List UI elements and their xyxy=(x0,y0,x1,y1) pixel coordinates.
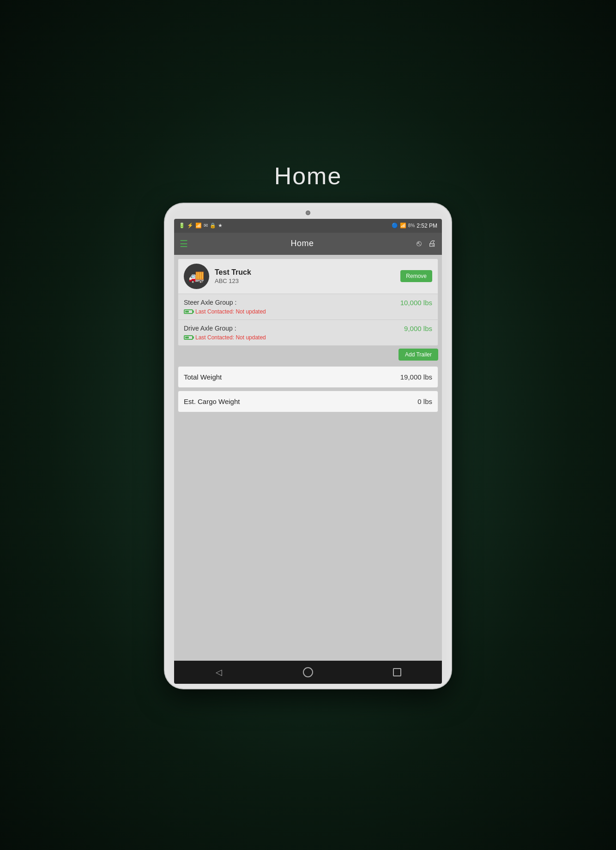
print-icon[interactable]: 🖨 xyxy=(428,239,436,248)
status-icon-usb: ⚡ xyxy=(187,223,193,229)
status-icons-left: 🔋 ⚡ 📶 ✉ 🔒 ★ xyxy=(179,223,223,229)
axle-section: Steer Axle Group : 10,000 lbs Last Conta… xyxy=(178,294,438,345)
app-bar-actions: ⎋ 🖨 xyxy=(417,239,436,248)
drive-battery-body xyxy=(184,335,193,340)
recents-button[interactable] xyxy=(388,663,406,681)
status-battery-icon: 8% xyxy=(408,223,415,228)
status-icons-right: 🔵 📶 8% 2:52 PM xyxy=(392,223,437,229)
status-icon-mail: ✉ xyxy=(204,223,208,229)
status-icon-lock: 🔒 xyxy=(210,223,216,229)
drive-battery-status xyxy=(184,335,193,340)
camera-icon xyxy=(306,211,310,215)
empty-content-area xyxy=(178,412,438,657)
home-icon xyxy=(303,667,313,677)
total-weight-row: Total Weight 19,000 lbs xyxy=(178,366,438,388)
drive-axle-group: Drive Axle Group : 9,000 lbs Last Contac… xyxy=(178,320,438,345)
steer-axle-group: Steer Axle Group : 10,000 lbs Last Conta… xyxy=(178,294,438,320)
cargo-weight-label: Est. Cargo Weight xyxy=(184,398,240,405)
status-bar: 🔋 ⚡ 📶 ✉ 🔒 ★ 🔵 📶 8% 2:52 PM xyxy=(174,219,442,233)
cargo-weight-row: Est. Cargo Weight 0 lbs xyxy=(178,391,438,412)
nav-bar xyxy=(174,661,442,684)
home-button[interactable] xyxy=(299,663,317,681)
recents-icon xyxy=(393,668,401,676)
truck-avatar: 🚚 xyxy=(184,264,209,289)
back-button[interactable] xyxy=(210,663,228,681)
truck-id: ABC 123 xyxy=(215,277,400,284)
add-trailer-button[interactable]: Add Trailer xyxy=(399,349,438,361)
steer-battery-fill xyxy=(185,311,189,313)
status-bluetooth-icon: 🔵 xyxy=(392,223,398,229)
status-icon-battery: 🔋 xyxy=(179,223,185,229)
total-weight-label: Total Weight xyxy=(184,373,222,381)
screen-content: 🚚 Test Truck ABC 123 Remove Steer Axle G… xyxy=(174,255,442,661)
app-bar-title: Home xyxy=(290,239,314,248)
page-title: Home xyxy=(274,162,342,190)
tablet-screen: 🔋 ⚡ 📶 ✉ 🔒 ★ 🔵 📶 8% 2:52 PM ☰ Home ⎋ xyxy=(174,219,442,684)
truck-info: Test Truck ABC 123 xyxy=(215,268,400,284)
app-bar: ☰ Home ⎋ 🖨 xyxy=(174,233,442,255)
steer-axle-label: Steer Axle Group : xyxy=(184,299,236,306)
steer-last-contacted: Last Contacted: Not updated xyxy=(184,308,432,315)
steer-battery-status xyxy=(184,309,193,314)
total-weight-value: 19,000 lbs xyxy=(400,373,432,381)
steer-axle-row: Steer Axle Group : 10,000 lbs xyxy=(184,299,432,307)
drive-axle-row: Drive Axle Group : 9,000 lbs xyxy=(184,325,432,332)
drive-battery-fill xyxy=(185,337,189,338)
steer-battery-body xyxy=(184,309,193,314)
drive-axle-weight: 9,000 lbs xyxy=(404,325,432,332)
truck-card: 🚚 Test Truck ABC 123 Remove Steer Axle G… xyxy=(178,259,438,346)
tablet-device: 🔋 ⚡ 📶 ✉ 🔒 ★ 🔵 📶 8% 2:52 PM ☰ Home ⎋ xyxy=(165,204,451,688)
status-signal-icon: 📶 xyxy=(400,223,406,229)
drive-contact-text: Last Contacted: Not updated xyxy=(195,334,266,341)
truck-header: 🚚 Test Truck ABC 123 Remove xyxy=(178,259,438,294)
status-time: 2:52 PM xyxy=(417,223,437,229)
status-icon-star: ★ xyxy=(218,223,223,229)
remove-button[interactable]: Remove xyxy=(400,270,432,282)
drive-axle-label: Drive Axle Group : xyxy=(184,325,236,332)
share-icon[interactable]: ⎋ xyxy=(417,239,422,248)
steer-axle-weight: 10,000 lbs xyxy=(400,299,432,307)
menu-icon[interactable]: ☰ xyxy=(180,238,188,249)
drive-last-contacted: Last Contacted: Not updated xyxy=(184,334,432,341)
add-trailer-row: Add Trailer xyxy=(178,346,438,363)
back-icon xyxy=(216,667,222,677)
truck-name: Test Truck xyxy=(215,268,400,277)
truck-thumbnail: 🚚 xyxy=(188,269,205,284)
steer-contact-text: Last Contacted: Not updated xyxy=(195,308,266,315)
status-icon-wifi: 📶 xyxy=(195,223,202,229)
cargo-weight-value: 0 lbs xyxy=(417,398,432,405)
battery-percent: 8% xyxy=(408,223,415,228)
